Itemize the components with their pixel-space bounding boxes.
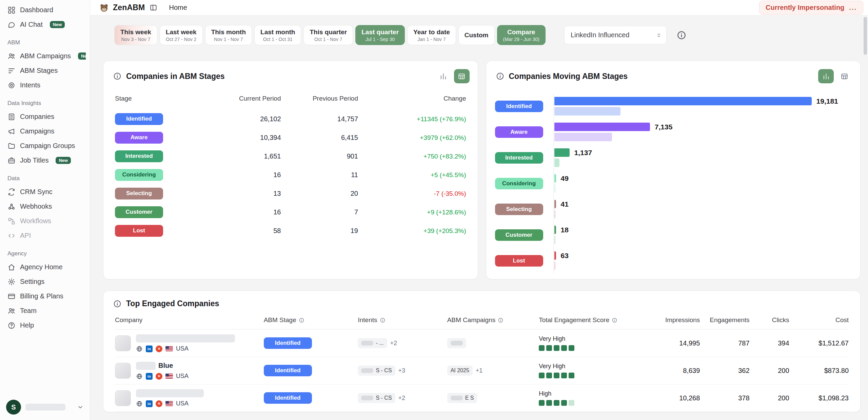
score-square bbox=[561, 345, 567, 351]
sidebar-item-settings[interactable]: Settings bbox=[4, 274, 86, 289]
bar-chart-icon bbox=[822, 72, 830, 80]
column-header-company: Company bbox=[115, 316, 264, 324]
bar-value-label: 63 bbox=[561, 252, 569, 260]
card-info-icon[interactable] bbox=[113, 72, 122, 81]
impersonation-more-button[interactable]: ... bbox=[849, 4, 857, 12]
table-row: Interested1,651901+750 (+83.2%) bbox=[115, 147, 466, 166]
score-square bbox=[561, 373, 567, 378]
sidebar-item-team[interactable]: Team bbox=[4, 303, 86, 318]
filter-this-month[interactable]: This monthNov 1 - Nov 7 bbox=[205, 25, 252, 45]
sidebar-item-help[interactable]: Help bbox=[4, 318, 86, 333]
stages-table: StageCurrent PeriodPrevious PeriodChange… bbox=[103, 89, 478, 240]
campaign-chip: AI 2025 bbox=[447, 365, 473, 376]
breadcrumb-home[interactable]: Home bbox=[169, 4, 187, 12]
table-row: Aware10,3946,415+3979 (+62.0%) bbox=[115, 128, 466, 147]
company-cell[interactable]: in✕USA bbox=[115, 389, 264, 407]
filter-last-quarter[interactable]: Last quarterJul 1 - Sep 30 bbox=[355, 25, 405, 45]
change-value: -7 (-35.0%) bbox=[434, 190, 466, 197]
stage-badge-interested: Interested bbox=[115, 150, 163, 162]
country-label: USA bbox=[176, 373, 189, 380]
filter-range: Jan 1 - Nov 7 bbox=[413, 37, 450, 42]
linkedin-icon[interactable]: in bbox=[146, 345, 153, 352]
sidebar-item-abm-campaigns[interactable]: ABM CampaignsNew bbox=[4, 49, 86, 63]
sidebar-item-label: API bbox=[20, 232, 31, 239]
sidebar-item-crm-sync[interactable]: CRM Sync bbox=[4, 185, 86, 199]
filters-info-icon[interactable] bbox=[676, 30, 687, 40]
company-logo bbox=[115, 390, 131, 406]
table-view-button[interactable] bbox=[454, 69, 470, 83]
table-icon bbox=[841, 72, 848, 80]
table-row: Considering1611+5 (+45.5%) bbox=[115, 166, 466, 184]
sidebar-item-workflows[interactable]: Workflows bbox=[4, 214, 86, 228]
app-logo-icon bbox=[99, 3, 109, 13]
sidebar-item-intents[interactable]: Intents bbox=[4, 78, 86, 92]
intent-redacted bbox=[361, 368, 373, 373]
filter-custom[interactable]: Custom bbox=[458, 25, 495, 45]
code-icon bbox=[7, 232, 16, 240]
impersonation-banner[interactable]: Currently Impersonating ... bbox=[759, 1, 863, 15]
chart-bars: 19,181 bbox=[553, 93, 850, 119]
stage-cell: Customer bbox=[115, 206, 204, 218]
stage-cell: Considering bbox=[115, 169, 204, 181]
change-cell: +11345 (+76.9%) bbox=[358, 115, 466, 123]
primary-bar-row: 63 bbox=[554, 251, 850, 260]
company-cell[interactable]: in✕USA bbox=[115, 334, 264, 352]
card-header: Companies in ABM Stages bbox=[103, 61, 478, 89]
social-red-icon[interactable]: ✕ bbox=[156, 345, 162, 352]
filter-year-to-date[interactable]: Year to dateJan 1 - Nov 7 bbox=[407, 25, 456, 45]
card-info-icon[interactable] bbox=[496, 72, 505, 81]
impressions-value: 10,268 bbox=[638, 394, 700, 402]
sidebar-item-campaign-groups[interactable]: Campaign Groups bbox=[4, 139, 86, 153]
filter-range: Oct 1 - Oct 31 bbox=[260, 37, 295, 42]
sidebar-item-abm-stages[interactable]: ABM Stages bbox=[4, 63, 86, 78]
filter-last-month[interactable]: Last monthOct 1 - Oct 31 bbox=[254, 25, 301, 45]
attribution-select[interactable]: LinkedIn Influenced bbox=[564, 26, 667, 44]
company-meta: in✕USA bbox=[136, 389, 204, 407]
filter-compare[interactable]: Compare(Mar 29 - Jun 30) bbox=[497, 25, 546, 45]
change-cell: +39 (+205.3%) bbox=[358, 227, 466, 235]
current-period-value: 10,394 bbox=[204, 134, 281, 142]
sidebar-section-agency: Agency bbox=[7, 250, 86, 257]
company-cell[interactable]: Bluein✕USA bbox=[115, 361, 264, 380]
column-header-label: Total Engagement Score bbox=[539, 316, 609, 324]
column-header-label: Intents bbox=[358, 316, 377, 324]
chart-view-button[interactable] bbox=[818, 69, 834, 83]
sidebar-item-webhooks[interactable]: Webhooks bbox=[4, 199, 86, 214]
column-header-cost: Cost bbox=[789, 316, 849, 324]
previous-period-value: 11 bbox=[281, 171, 358, 179]
sidebar-item-label: ABM Campaigns bbox=[20, 52, 71, 60]
sidebar-item-api[interactable]: API bbox=[4, 228, 86, 243]
social-red-icon[interactable]: ✕ bbox=[156, 373, 162, 380]
social-red-icon[interactable]: ✕ bbox=[156, 400, 162, 407]
card-info-icon[interactable] bbox=[113, 299, 122, 308]
vertical-scrollbar-thumb[interactable] bbox=[864, 17, 867, 55]
primary-bar bbox=[554, 251, 556, 260]
score-square bbox=[554, 373, 559, 378]
chart-view-button[interactable] bbox=[436, 69, 451, 83]
impersonation-label: Currently Impersonating bbox=[766, 4, 844, 12]
sidebar-item-ai-chat[interactable]: AI ChatNew bbox=[4, 17, 86, 32]
sidebar-item-billing-plans[interactable]: Billing & Plans bbox=[4, 289, 86, 303]
linkedin-icon[interactable]: in bbox=[146, 373, 153, 380]
stage-badge-aware: Aware bbox=[115, 132, 163, 144]
briefcase-icon bbox=[7, 156, 16, 165]
filter-this-week[interactable]: This weekNov 3 - Nov 7 bbox=[114, 25, 157, 45]
globe-icon bbox=[136, 373, 143, 380]
filter-this-quarter[interactable]: This quarterOct 1 - Nov 7 bbox=[303, 25, 353, 45]
sidebar-item-label: Campaigns bbox=[20, 127, 54, 135]
sidebar-item-campaigns[interactable]: Campaigns bbox=[4, 124, 86, 139]
change-cell: +9 (+128.6%) bbox=[358, 208, 466, 216]
chart-category: Customer bbox=[495, 222, 553, 248]
filter-label: Last week bbox=[166, 28, 197, 36]
linkedin-icon[interactable]: in bbox=[146, 400, 153, 407]
filter-last-week[interactable]: Last weekOct 27 - Nov 2 bbox=[160, 25, 203, 45]
sidebar-item-agency-home[interactable]: Agency Home bbox=[4, 260, 86, 274]
webhook-icon bbox=[7, 203, 16, 211]
user-menu[interactable]: S bbox=[4, 396, 86, 416]
sidebar-toggle-icon[interactable] bbox=[150, 4, 157, 12]
new-badge: New bbox=[50, 21, 65, 28]
sidebar-item-companies[interactable]: Companies bbox=[4, 109, 86, 124]
table-view-button[interactable] bbox=[836, 69, 852, 83]
sidebar-item-job-titles[interactable]: Job TitlesNew bbox=[4, 153, 86, 168]
sidebar-item-dashboard[interactable]: Dashboard bbox=[4, 3, 86, 17]
